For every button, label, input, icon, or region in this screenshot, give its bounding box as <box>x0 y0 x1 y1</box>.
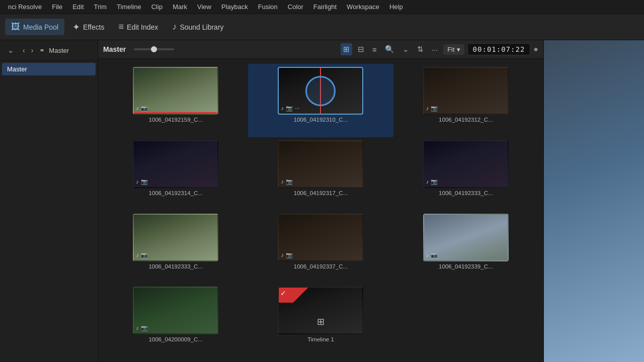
sort-btn[interactable]: ⇅ <box>415 43 426 55</box>
clip-name-clip-5: 1006_04192317_C... <box>294 190 348 196</box>
nav-back-btn[interactable]: ‹ <box>21 45 27 55</box>
zoom-slider[interactable] <box>134 48 174 50</box>
timeline-grid-icon: ⊞ <box>317 316 325 327</box>
menu-item-workspace[interactable]: Workspace <box>343 2 383 12</box>
clip-item-clip-6[interactable]: ♪📷1006_04192333_C... <box>393 137 538 211</box>
fit-dropdown[interactable]: Fit ▾ <box>443 44 464 55</box>
camera-icon: 📷 <box>141 325 148 331</box>
audio-icon: ♪ <box>426 178 429 185</box>
clip-item-clip-8[interactable]: ♪📷1006_04192337_C... <box>248 211 393 284</box>
clip-item-clip-2[interactable]: ♪📷···1006_04192310_C... <box>248 64 393 137</box>
more-icon: ··· <box>295 105 299 112</box>
camera-icon: 📷 <box>141 105 148 112</box>
pool-title: Master <box>103 45 126 53</box>
menu-item-playback[interactable]: Playback <box>217 2 252 12</box>
camera-icon: 📷 <box>286 105 293 112</box>
toolbar: 🖼 Media Pool ✦ Effects ≡ Edit Index ♪ So… <box>0 14 644 40</box>
sidebar-tree: Master <box>0 61 98 362</box>
clip-item-clip-9[interactable]: ♪📷1006_04192339_C... <box>393 211 538 284</box>
clip-item-clip-3[interactable]: ♪📷1006_04192312_C... <box>393 64 538 137</box>
audio-icon: ♪ <box>136 252 139 258</box>
menu-item-resolve[interactable]: nci Resolve <box>4 2 46 12</box>
tile-view-btn[interactable]: ⊟ <box>355 43 367 55</box>
timecode-icon: ● <box>533 45 538 54</box>
fit-chevron-icon: ▾ <box>457 46 460 53</box>
clip-name-clip-8: 1006_04192337_C... <box>294 263 348 269</box>
toolbar-effects[interactable]: ✦ Effects <box>66 19 111 36</box>
edit-index-icon: ≡ <box>119 22 124 32</box>
preview-image <box>544 40 644 362</box>
effects-icon: ✦ <box>72 22 80 33</box>
sidebar-folder-title: Master <box>49 47 69 54</box>
menu-item-mark[interactable]: Mark <box>169 2 191 12</box>
clip-name-clip-11: Timeline 1 <box>307 336 334 342</box>
audio-icon: ♪ <box>136 105 139 112</box>
clip-thumb-clip-2: ♪📷··· <box>278 67 363 115</box>
menu-item-timeline[interactable]: Timeline <box>113 2 145 12</box>
timecode-display: 00:01:07:22 <box>467 43 531 55</box>
filter-btn[interactable]: ⌄ <box>400 43 412 55</box>
grid-view-btn[interactable]: ⊞ <box>341 43 352 55</box>
pool-topbar-left: Master <box>103 45 337 53</box>
toolbar-sound-library[interactable]: ♪ Sound Library <box>166 19 229 35</box>
audio-icon: ♪ <box>281 252 284 258</box>
more-btn[interactable]: ··· <box>429 44 441 55</box>
clip-thumb-clip-1: ♪📷 <box>133 67 218 115</box>
clip-name-clip-7: 1006_04192333_C... <box>148 263 202 269</box>
menu-item-help[interactable]: Help <box>385 2 407 12</box>
camera-icon: 📷 <box>431 105 438 112</box>
sound-library-icon: ♪ <box>172 22 177 32</box>
clip-thumb-clip-9: ♪📷 <box>423 214 509 261</box>
clip-thumb-clip-6: ♪📷 <box>423 140 509 188</box>
sidebar-nav: ‹ › <box>21 45 35 55</box>
clip-name-clip-1: 1006_04192159_C... <box>148 117 202 123</box>
clip-name-clip-3: 1006_04192312_C... <box>439 117 493 123</box>
clip-thumb-clip-10: ♪📷 <box>133 287 218 334</box>
edit-index-label: Edit Index <box>127 23 158 31</box>
pool-topbar-right: ⊞ ⊟ ≡ 🔍 ⌄ ⇅ ··· Fit ▾ 00:01:07:22 ● <box>341 43 538 55</box>
pool-topbar: Master ⊞ ⊟ ≡ 🔍 ⌄ ⇅ ··· Fit ▾ 00:01:07:22… <box>98 40 543 59</box>
media-pool-icon: 🖼 <box>11 22 20 32</box>
audio-icon: ♪ <box>426 252 429 258</box>
toolbar-media-pool[interactable]: 🖼 Media Pool <box>5 19 64 35</box>
menu-item-color[interactable]: Color <box>284 2 307 12</box>
clip-item-clip-11[interactable]: ✓⊞Timeline 1 <box>248 284 393 357</box>
camera-icon: 📷 <box>286 178 293 185</box>
clip-name-clip-4: 1006_04192314_C... <box>148 190 202 196</box>
menu-item-edit[interactable]: Edit <box>68 2 88 12</box>
clip-item-clip-5[interactable]: ♪📷1006_04192317_C... <box>248 137 393 211</box>
camera-icon: 📷 <box>141 252 148 258</box>
media-pool-panel: Master ⊞ ⊟ ≡ 🔍 ⌄ ⇅ ··· Fit ▾ 00:01:07:22… <box>98 40 543 362</box>
search-btn[interactable]: 🔍 <box>382 43 397 55</box>
menu-item-clip[interactable]: Clip <box>147 2 167 12</box>
clip-item-clip-4[interactable]: ♪📷1006_04192314_C... <box>103 137 248 211</box>
clip-name-clip-9: 1006_04192339_C... <box>439 263 493 269</box>
menu-bar: nci Resolve File Edit Trim Timeline Clip… <box>0 0 644 14</box>
menu-item-fusion[interactable]: Fusion <box>254 2 282 12</box>
nav-forward-btn[interactable]: › <box>29 45 36 55</box>
sidebar-header: ⌄ ‹ › ⚭ Master <box>0 40 98 61</box>
fit-label: Fit <box>447 46 454 53</box>
audio-icon: ♪ <box>281 178 284 185</box>
clip-name-clip-2: 1006_04192310_C... <box>294 117 348 123</box>
menu-item-file[interactable]: File <box>48 2 66 12</box>
clip-item-clip-1[interactable]: ♪📷1006_04192159_C... <box>103 64 248 137</box>
clip-item-clip-7[interactable]: ♪📷1006_04192333_C... <box>103 211 248 284</box>
sidebar-collapse-btn[interactable]: ⌄ <box>5 44 17 56</box>
clip-name-clip-10: 1006_04200009_C... <box>148 336 202 342</box>
clip-name-clip-6: 1006_04192333_C... <box>439 190 493 196</box>
menu-item-fairlight[interactable]: Fairlight <box>309 2 341 12</box>
clip-item-clip-10[interactable]: ♪📷1006_04200009_C... <box>103 284 248 357</box>
sidebar: ⌄ ‹ › ⚭ Master Master <box>0 40 98 362</box>
sidebar-item-master[interactable]: Master <box>2 63 96 75</box>
audio-icon: ♪ <box>281 105 284 112</box>
clip-thumb-clip-8: ♪📷 <box>278 214 363 261</box>
list-view-btn[interactable]: ≡ <box>370 44 379 55</box>
timeline-check-icon: ✓ <box>280 289 286 297</box>
menu-item-trim[interactable]: Trim <box>90 2 111 12</box>
camera-icon: 📷 <box>141 178 148 185</box>
clip-thumb-clip-5: ♪📷 <box>278 140 363 188</box>
menu-item-view[interactable]: View <box>193 2 215 12</box>
link-icon[interactable]: ⚭ <box>39 47 45 54</box>
toolbar-edit-index[interactable]: ≡ Edit Index <box>113 19 165 35</box>
